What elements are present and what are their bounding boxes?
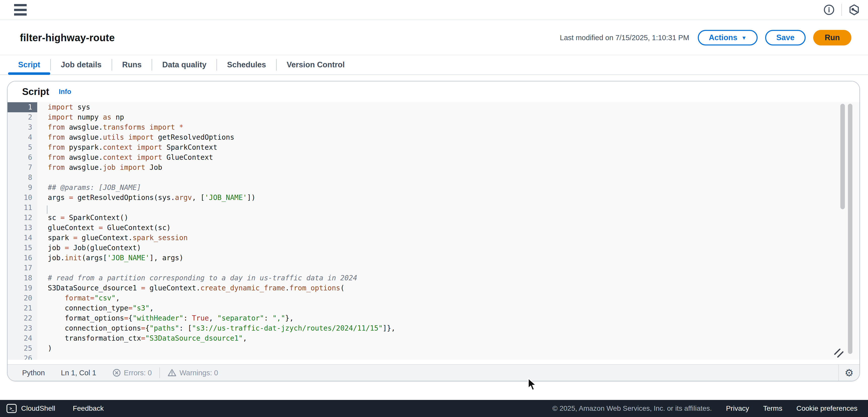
code-line[interactable]: 11: [7, 203, 860, 213]
code-line[interactable]: 10args = getResolvedOptions(sys.argv, ['…: [7, 193, 860, 203]
chevron-down-icon: ▼: [742, 35, 747, 41]
code-text: [37, 173, 48, 183]
line-number: 5: [7, 142, 37, 152]
code-text: job = Job(glueContext): [37, 243, 141, 253]
code-text: from awsglue.transforms import *: [37, 122, 183, 132]
code-line[interactable]: 20 format="csv",: [7, 293, 860, 303]
line-number: 12: [7, 213, 37, 223]
code-line[interactable]: 23 connection_options={"paths": ["s3://u…: [7, 323, 860, 333]
line-number: 3: [7, 122, 37, 132]
code-line[interactable]: 9## @params: [JOB_NAME]: [7, 183, 860, 193]
code-line[interactable]: 6from awsglue.context import GlueContext: [7, 152, 860, 163]
warning-triangle-icon: [167, 369, 177, 377]
script-panel: Script Info 1import sys2import numpy as …: [7, 81, 860, 381]
code-line[interactable]: 2import numpy as np: [7, 112, 860, 122]
footer-link-terms[interactable]: Terms: [763, 405, 782, 413]
line-number: 8: [7, 173, 37, 183]
hexagon-clock-icon[interactable]: [848, 4, 860, 15]
code-text: sc = SparkContext(): [37, 213, 128, 223]
line-number: 10: [7, 193, 37, 203]
tab-runs[interactable]: Runs: [112, 55, 152, 74]
gear-icon: ⚙: [845, 368, 854, 378]
code-text: from awsglue.utils import getResolvedOpt…: [37, 132, 234, 142]
footer-link-privacy[interactable]: Privacy: [726, 405, 749, 413]
code-line[interactable]: 25): [7, 343, 860, 353]
line-number: 17: [7, 263, 37, 273]
code-line[interactable]: 16job.init(args['JOB_NAME'], args): [7, 253, 860, 263]
code-line[interactable]: 17: [7, 263, 860, 273]
code-text: transformation_ctx="S3DataSource_dsource…: [37, 333, 247, 343]
last-modified-text: Last modified on 7/15/2025, 1:10:31 PM: [560, 34, 689, 42]
tab-job-details[interactable]: Job details: [51, 55, 112, 74]
code-line[interactable]: 4from awsglue.utils import getResolvedOp…: [7, 132, 860, 142]
editor-settings-button[interactable]: ⚙: [838, 365, 860, 381]
code-text: import numpy as np: [37, 112, 124, 122]
console-footer: >_ CloudShell Feedback © 2025, Amazon We…: [0, 400, 868, 417]
code-text: job.init(args['JOB_NAME'], args): [37, 253, 183, 263]
code-line[interactable]: 26: [7, 353, 860, 360]
editor-scrollbar-thumb[interactable]: [840, 104, 845, 209]
language-indicator[interactable]: Python: [22, 369, 45, 377]
code-line[interactable]: 8: [7, 173, 860, 183]
warnings-indicator[interactable]: Warnings: 0: [167, 369, 218, 377]
panel-scrollbar-thumb[interactable]: [848, 104, 852, 354]
errors-indicator[interactable]: Errors: 0: [113, 369, 152, 377]
line-number: 7: [7, 163, 37, 173]
text-caret: [47, 206, 48, 214]
tab-schedules[interactable]: Schedules: [217, 55, 276, 74]
cloudshell-button[interactable]: >_ CloudShell: [6, 404, 55, 413]
code-line[interactable]: 13glueContext = GlueContext(sc): [7, 223, 860, 233]
code-line[interactable]: 3from awsglue.transforms import *: [7, 122, 860, 132]
tab-version-control[interactable]: Version Control: [277, 55, 355, 74]
line-number: 13: [7, 223, 37, 233]
code-text: spark = glueContext.spark_session: [37, 233, 188, 243]
code-text: [37, 353, 48, 360]
code-line[interactable]: 22 format_options={"withHeader": True, "…: [7, 313, 860, 323]
line-number: 4: [7, 132, 37, 142]
actions-button[interactable]: Actions ▼: [698, 30, 757, 45]
code-text: connection_type="s3",: [37, 303, 154, 313]
code-line[interactable]: 5from pyspark.context import SparkContex…: [7, 142, 860, 152]
line-number: 1: [7, 102, 37, 112]
line-number: 9: [7, 183, 37, 193]
save-button[interactable]: Save: [765, 30, 805, 45]
code-text: # read from a partition corresponding to…: [37, 273, 357, 283]
info-icon[interactable]: [823, 4, 835, 15]
resize-handle-icon[interactable]: [834, 349, 844, 358]
code-editor[interactable]: 1import sys2import numpy as np3from awsg…: [7, 102, 860, 360]
cursor-position: Ln 1, Col 1: [61, 369, 96, 377]
code-text: args = getResolvedOptions(sys.argv, ['JO…: [37, 193, 255, 203]
top-navigation-bar: [0, 0, 868, 20]
code-line[interactable]: 15job = Job(glueContext): [7, 243, 860, 253]
line-number: 11: [7, 203, 37, 213]
tab-script[interactable]: Script: [8, 55, 50, 74]
code-text: glueContext = GlueContext(sc): [37, 223, 171, 233]
code-text: [37, 263, 48, 273]
code-text: from awsglue.context import GlueContext: [37, 152, 213, 163]
feedback-link[interactable]: Feedback: [73, 405, 103, 413]
code-line[interactable]: 24 transformation_ctx="S3DataSource_dsou…: [7, 333, 860, 343]
code-text: format_options={"withHeader": True, "sep…: [37, 313, 294, 323]
code-text: ## @params: [JOB_NAME]: [37, 183, 141, 193]
statusbar-divider: [159, 368, 160, 378]
code-line[interactable]: 1import sys: [7, 102, 860, 112]
line-number: 15: [7, 243, 37, 253]
code-line[interactable]: 18# read from a partition corresponding …: [7, 273, 860, 283]
code-line[interactable]: 7from awsglue.job import Job: [7, 163, 860, 173]
code-line[interactable]: 21 connection_type="s3",: [7, 303, 860, 313]
code-line[interactable]: 12sc = SparkContext(): [7, 213, 860, 223]
run-button[interactable]: Run: [813, 30, 851, 45]
code-text: from awsglue.job import Job: [37, 163, 162, 173]
line-number: 16: [7, 253, 37, 263]
line-number: 21: [7, 303, 37, 313]
info-link[interactable]: Info: [59, 88, 71, 96]
footer-link-cookie-preferences[interactable]: Cookie preferences: [796, 405, 858, 413]
topbar-divider: [841, 4, 842, 16]
line-number: 24: [7, 333, 37, 343]
code-line[interactable]: 14spark = glueContext.spark_session: [7, 233, 860, 243]
line-number: 14: [7, 233, 37, 243]
hamburger-menu-icon[interactable]: [14, 3, 27, 16]
code-text: format="csv",: [37, 293, 120, 303]
tab-data-quality[interactable]: Data quality: [152, 55, 217, 74]
code-line[interactable]: 19S3DataSource_dsource1 = glueContext.cr…: [7, 283, 860, 293]
